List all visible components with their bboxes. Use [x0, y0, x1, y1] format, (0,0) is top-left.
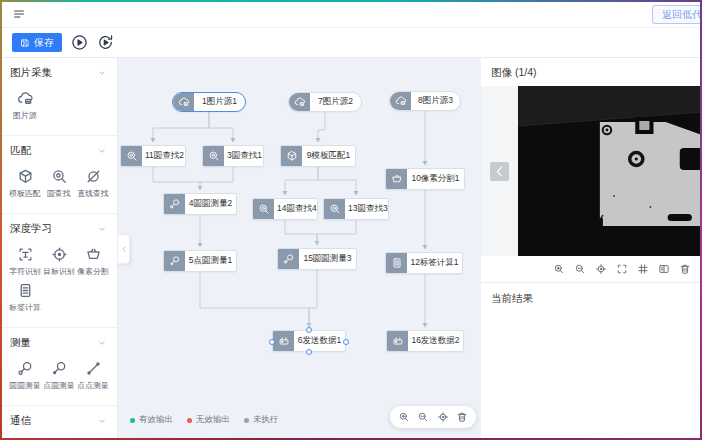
node-label: 3圆查找1 [224, 150, 265, 162]
flow-node-8[interactable]: 8图片源3 [389, 91, 461, 111]
sidebar-section-items: 字符识别目标识别像素分割标签计算 [0, 240, 117, 327]
flow-node-3[interactable]: 3圆查找1 [202, 145, 264, 167]
chevron-down-icon [97, 146, 107, 156]
flow-node-1[interactable]: 1图片源1 [172, 92, 246, 112]
flow-canvas[interactable]: 1图片源17图片源28图片源311圆查找23圆查找19模板匹配110像素分割14… [118, 58, 481, 440]
node-label: 16发送数据2 [408, 335, 463, 347]
back-to-lowcode-button[interactable]: 返回低代 [652, 5, 702, 24]
action-toolbar: 保存 [0, 28, 702, 58]
selection-handle[interactable] [306, 349, 312, 355]
flow-node-14[interactable]: 14圆查找4 [252, 198, 318, 220]
sidebar-item-label: 像素分割 [77, 266, 108, 277]
flow-node-10[interactable]: 10像素分割1 [385, 168, 465, 190]
flow-node-9[interactable]: 9模板匹配1 [280, 145, 356, 167]
viewer-zoom-out-button[interactable] [574, 263, 586, 275]
sidebar-item-label: 字符识别 [9, 266, 40, 277]
sidebar-section-header[interactable]: 图片采集 [0, 58, 117, 84]
flow-node-11[interactable]: 11圆查找2 [120, 145, 186, 167]
viewer-grid-button[interactable] [637, 263, 649, 275]
point-circle-icon [51, 360, 68, 377]
circle-find-icon [208, 150, 220, 162]
sidebar-item-target-recognition[interactable]: 目标识别 [42, 246, 76, 278]
legend-dot [244, 418, 249, 423]
node-label: 10像素分割1 [407, 173, 464, 185]
viewer-fullscreen-button[interactable] [616, 263, 628, 275]
flow-node-13[interactable]: 13圆查找3 [323, 198, 389, 220]
selection-handle[interactable] [269, 339, 275, 345]
viewer-delete-button[interactable] [679, 263, 691, 275]
flow-node-15[interactable]: 15圆圆测量3 [277, 248, 357, 270]
legend-dot [187, 418, 192, 423]
sidebar-section-header[interactable]: 深度学习 [0, 214, 117, 240]
flow-node-6[interactable]: 6发送数据1 [272, 330, 346, 352]
flow-node-7[interactable]: 7图片源2 [288, 92, 362, 112]
viewer-compare-button[interactable] [658, 263, 670, 275]
node-icon-box [390, 92, 411, 110]
target-icon [51, 246, 68, 263]
sidebar-item-pixel-segmentation[interactable]: 像素分割 [76, 246, 110, 278]
sidebar-item-label: 圆圆测量 [9, 380, 40, 391]
canvas-locate-button[interactable] [437, 411, 449, 423]
sidebar-section-header[interactable]: 匹配 [0, 136, 117, 162]
sidebar-item-template-match[interactable]: 模板匹配 [8, 168, 42, 200]
flow-node-12[interactable]: 12标签计算1 [385, 252, 463, 274]
send-icon [392, 335, 404, 347]
sidebar-section: 通信 [0, 406, 117, 440]
node-icon-box [273, 331, 294, 351]
run-button[interactable] [71, 34, 88, 51]
cloud-image-icon [395, 95, 407, 107]
node-label: 15圆圆测量3 [299, 253, 356, 265]
preview-panel: 图像 (1/4) [481, 58, 702, 440]
sidebar-section-header[interactable]: 通信 [0, 406, 117, 432]
tool-sidebar: 图片采集图片源匹配模板匹配圆查找直线查找深度学习字符识别目标识别像素分割标签计算… [0, 58, 118, 440]
selection-handle[interactable] [306, 327, 312, 333]
canvas-zoom-in-button[interactable] [398, 411, 410, 423]
sidebar-item-line-find[interactable]: 直线查找 [76, 168, 110, 200]
chevron-down-icon [97, 338, 107, 348]
node-label: 13圆查找3 [345, 203, 391, 215]
legend-label: 有效输出 [139, 414, 173, 426]
menu-icon[interactable] [12, 7, 26, 21]
sidebar-section-items: 模板匹配圆查找直线查找 [0, 162, 117, 213]
flow-node-5[interactable]: 5点圆测量1 [163, 250, 237, 272]
previous-image-button[interactable] [490, 162, 509, 181]
viewer-locate-button[interactable] [595, 263, 607, 275]
legend-item: 有效输出 [130, 414, 173, 426]
sidebar-item-image-source[interactable]: 图片源 [8, 90, 42, 122]
sidebar-item-point-circle-measure[interactable]: 点圆测量 [42, 360, 76, 392]
chevron-left-icon [120, 245, 128, 253]
segment-icon [85, 246, 102, 263]
sidebar-item-label-calc[interactable]: 标签计算 [8, 282, 42, 314]
legend-item: 未执行 [244, 414, 279, 426]
save-button-label: 保存 [34, 36, 54, 50]
save-button[interactable]: 保存 [12, 33, 62, 52]
circle-circle-icon [169, 198, 181, 210]
cube-icon [17, 168, 34, 185]
inspection-image[interactable] [518, 86, 702, 256]
machine-part-image [518, 86, 702, 256]
chevron-down-icon [97, 68, 107, 78]
image-pager-label: 图像 (1/4) [481, 58, 702, 86]
node-label: 4圆圆测量2 [185, 198, 236, 210]
segment-icon [391, 173, 403, 185]
node-icon-box [386, 169, 407, 189]
sidebar-section-header[interactable]: 测量 [0, 328, 117, 354]
viewer-zoom-in-button[interactable] [553, 263, 565, 275]
flow-node-4[interactable]: 4圆圆测量2 [163, 193, 237, 215]
node-label: 14圆查找4 [274, 203, 320, 215]
sidebar-item-circle-circle-measure[interactable]: 圆圆测量 [8, 360, 42, 392]
legend-dot [130, 418, 135, 423]
point-point-icon [85, 360, 102, 377]
sidebar-collapse-handle[interactable] [118, 234, 130, 264]
canvas-delete-button[interactable] [456, 411, 468, 423]
selection-handle[interactable] [343, 339, 349, 345]
legend-item: 无效输出 [187, 414, 230, 426]
sidebar-item-char-recognition[interactable]: 字符识别 [8, 246, 42, 278]
sidebar-item-circle-find[interactable]: 圆查找 [42, 168, 76, 200]
cloud-image-icon [294, 96, 306, 108]
canvas-zoom-out-button[interactable] [417, 411, 429, 423]
node-icon-box [173, 93, 194, 111]
flow-node-16[interactable]: 16发送数据2 [386, 330, 464, 352]
sidebar-item-point-point-measure[interactable]: 点点测量 [76, 360, 110, 392]
run-loop-button[interactable] [97, 34, 114, 51]
